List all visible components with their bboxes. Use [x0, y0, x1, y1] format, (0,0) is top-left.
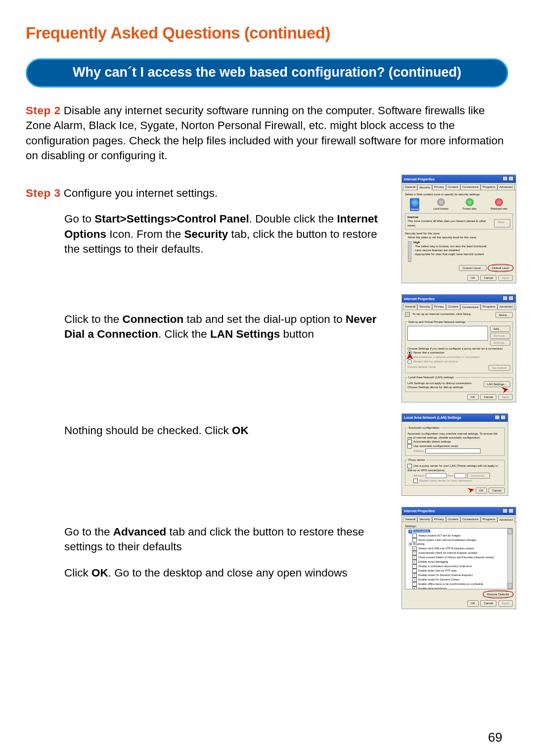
security-slider — [408, 241, 411, 262]
step3-a: Go to Start>Settings>Control Panel. Doub… — [64, 212, 388, 257]
checkbox-icon — [412, 538, 418, 541]
restore-defaults-button: Restore Defaults — [484, 591, 513, 597]
checkbox-icon — [412, 560, 418, 563]
radio-always-dial: Always dial my default connection — [407, 359, 510, 364]
arrow-annotation-icon — [406, 354, 413, 359]
step-2-paragraph: Step 2 Disable any internet security sof… — [26, 103, 508, 164]
step3-b: Click to the Connection tab and set the … — [64, 312, 388, 342]
set-default-button: Set Default — [489, 365, 510, 371]
checkbox-icon — [412, 578, 418, 581]
dialog-lan-settings: Local Area Network (LAN) Settings Automa… — [401, 413, 508, 496]
proxy-group: Proxy server Use a proxy server for your… — [405, 458, 505, 485]
close-icon — [508, 508, 514, 513]
default-level-button: Default Level — [489, 265, 513, 271]
arrow-annotation-icon — [501, 387, 508, 393]
titlebar: Internet Properties — [402, 175, 516, 183]
accessibility-icon: ♿ — [408, 530, 412, 534]
tab-row: GeneralSecurityPrivacyContentConnections… — [402, 183, 516, 190]
section-title-bar: Why can´t I access the web based configu… — [26, 58, 508, 88]
cancel-button: Cancel — [480, 600, 496, 606]
svg-marker-0 — [406, 354, 413, 359]
settings-item: Enable offline items to be synchronized … — [412, 582, 511, 586]
step3-row-connections: Click to the Connection tab and set the … — [26, 294, 508, 402]
intranet-icon — [437, 198, 445, 206]
scroll-down-icon — [508, 583, 512, 589]
svg-marker-1 — [501, 387, 508, 393]
dialog-internet-properties-connections: Internet Properties GeneralSecurityPriva… — [401, 294, 516, 402]
settings-item: Enable page transitions — [412, 586, 511, 589]
step3-row-security: Step 3 Configure you internet settings. … — [26, 175, 508, 283]
dialog-body: To set up an Internet connection, click … — [402, 310, 516, 402]
dialog-body: Settings: ♿Accessibility Always expand A… — [402, 522, 516, 608]
auto-script-checkbox: Use automatic configuration script — [407, 444, 502, 448]
svg-marker-2 — [467, 488, 474, 493]
zone-local-intranet: Local intranet — [434, 198, 448, 212]
zone-picker: Internet Local intranet Trusted sites Re… — [405, 198, 513, 212]
zone-description: Internet This zone contains all Web site… — [405, 213, 513, 229]
settings-tree: ♿Accessibility Always expand ALT text fo… — [405, 528, 513, 589]
titlebar: Internet Properties — [402, 295, 516, 303]
settings-item: Always send URLs as UTF-8 (requires rest… — [412, 546, 511, 551]
apply-button: Apply — [498, 275, 513, 281]
remove-button: Remove — [490, 333, 510, 339]
step-3-intro: Step 3 Configure you internet settings. — [26, 186, 388, 201]
dialog-internet-properties-advanced: Internet Properties GeneralSecurityPriva… — [401, 507, 516, 609]
setup-button: Setup... — [495, 312, 513, 318]
checkbox-icon — [412, 582, 418, 585]
proxy-port — [454, 473, 466, 478]
browsing-icon: ⚙ — [408, 542, 412, 546]
step3-d1: Go to the Advanced tab and click the but… — [64, 525, 388, 555]
connection-icon — [405, 312, 410, 317]
settings-item: Automatically check for Internet Explore… — [412, 551, 511, 555]
add-button: Add... — [490, 326, 510, 332]
titlebar: Local Area Network (LAN) Settings — [402, 414, 508, 422]
apply-button: Apply — [498, 394, 513, 400]
proxy-address — [426, 473, 446, 478]
figure-security-tab: Internet Properties GeneralSecurityPriva… — [401, 175, 508, 283]
step3-d-text: Go to the Advanced tab and click the but… — [64, 507, 388, 609]
level-buttons: Custom Level... Default Level — [405, 265, 513, 271]
step-3-label: Step 3 — [26, 187, 61, 199]
step3-c-text: Nothing should be checked. Click OK — [64, 413, 388, 496]
custom-level-button: Custom Level... — [459, 265, 487, 271]
settings-item: Move system caret with focus/selection c… — [412, 538, 511, 542]
scrollbar — [507, 529, 512, 589]
auto-detect-checkbox: Automatically detect settings — [407, 440, 502, 444]
zone-restricted: Restricted sites — [490, 198, 507, 212]
step3-row-lan: Nothing should be checked. Click OK Loca… — [26, 413, 508, 496]
zone-trusted: Trusted sites — [462, 198, 476, 212]
accessibility-items: Always expand ALT text for imagesMove sy… — [406, 534, 511, 542]
close-icon — [508, 176, 514, 181]
dialog-footer: OK Cancel — [405, 488, 505, 493]
radio-never-dial: Never dial a connection — [407, 351, 510, 355]
page-title: Frequently Asked Questions (continued) — [26, 24, 508, 43]
step3-text-col: Step 3 Configure you internet settings. … — [26, 175, 388, 283]
checkbox-icon — [412, 547, 418, 550]
checkbox-icon — [412, 551, 418, 554]
auto-config-group: Automatic configuration Automatic config… — [405, 426, 505, 456]
cancel-button: Cancel — [480, 394, 496, 400]
settings-item: Enable Install On Demand (Internet Explo… — [412, 573, 511, 578]
document-page: Frequently Asked Questions (continued) W… — [0, 0, 534, 756]
browsing-items: Always send URLs as UTF-8 (requires rest… — [406, 546, 511, 589]
close-icon — [508, 296, 514, 301]
dialog-footer: OK Cancel Apply — [405, 600, 513, 606]
step3-row-advanced: Go to the Advanced tab and click the but… — [26, 507, 508, 609]
lan-settings-button: LAN Settings... — [484, 381, 510, 387]
checkbox-icon — [412, 587, 418, 589]
ok-button: OK — [476, 488, 487, 493]
settings-item: Always expand ALT text for images — [412, 534, 511, 538]
restricted-icon — [495, 198, 503, 206]
figure-advanced-tab: Internet Properties GeneralSecurityPriva… — [401, 507, 508, 609]
checkbox-icon — [412, 574, 418, 577]
step-2-label: Step 2 — [26, 104, 61, 117]
bypass-checkbox: Bypass proxy server for local addresses — [413, 479, 502, 483]
settings-item: Close unused folders in History and Favo… — [412, 555, 511, 560]
help-icon — [494, 415, 500, 420]
dialup-group: Dial-up and Virtual Private Network sett… — [405, 320, 513, 374]
dialog-footer: OK Cancel Apply — [405, 394, 513, 400]
dialog-body: Select a Web content zone to specify its… — [402, 190, 516, 283]
arrow-annotation-icon — [467, 488, 474, 493]
help-icon — [502, 508, 508, 513]
settings-item: Disable script debugging — [412, 560, 511, 564]
